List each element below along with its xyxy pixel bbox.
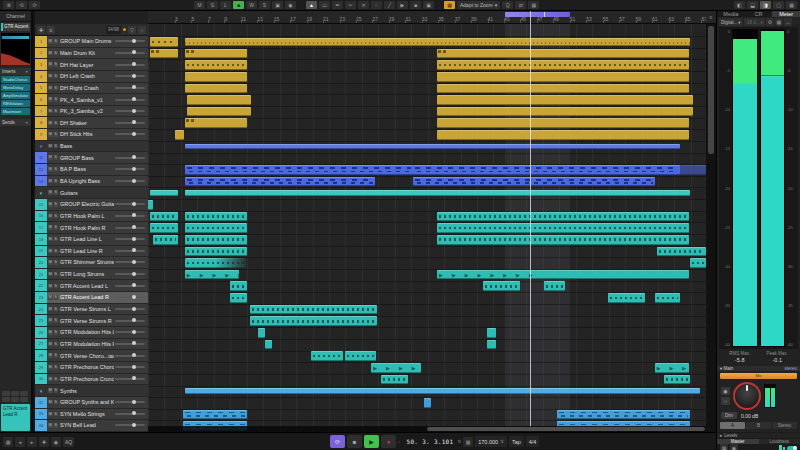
track-mute-button[interactable]: M bbox=[48, 214, 53, 219]
global-w-button[interactable]: W bbox=[246, 1, 257, 9]
audio-clip[interactable] bbox=[381, 375, 408, 385]
track-solo-button[interactable]: S bbox=[54, 190, 59, 195]
channel-mini-button[interactable] bbox=[2, 391, 10, 396]
inserts-add-icon[interactable]: ＋ bbox=[25, 69, 30, 74]
aq-button[interactable]: AQ bbox=[63, 437, 74, 447]
arrange-track-lane[interactable] bbox=[148, 374, 706, 386]
insert-slot[interactable]: Maximizer bbox=[1, 108, 30, 115]
audio-clip[interactable] bbox=[258, 328, 265, 338]
track-volume-slider[interactable] bbox=[115, 296, 145, 298]
arrange-track-lane[interactable] bbox=[148, 234, 706, 246]
right-zone-icon[interactable]: ◨ bbox=[760, 1, 771, 9]
audio-clip[interactable] bbox=[185, 388, 701, 394]
levels-section-header[interactable]: ▸ Levels bbox=[717, 432, 800, 439]
timeline-ruler[interactable]: 3579111315171921232527293133353739414345… bbox=[148, 11, 706, 24]
tempo-spinner[interactable]: ⇅ bbox=[500, 439, 504, 444]
track-mute-button[interactable]: M bbox=[48, 284, 53, 289]
audio-clip[interactable] bbox=[437, 72, 689, 82]
channel-mini-button[interactable] bbox=[20, 397, 28, 402]
arrange-track-lane[interactable] bbox=[148, 211, 706, 223]
meter-offset-select[interactable]: -18 d...▾ bbox=[744, 18, 765, 26]
audio-clip[interactable] bbox=[185, 258, 246, 268]
horizontal-scrollbar-thumb[interactable] bbox=[427, 427, 705, 431]
track-mute-button[interactable]: M bbox=[48, 423, 53, 428]
arrange-track-lane[interactable] bbox=[148, 257, 706, 269]
track-solo-button[interactable]: S bbox=[54, 400, 59, 405]
playhead-cursor[interactable] bbox=[530, 11, 531, 432]
arrange-track-lane[interactable] bbox=[148, 164, 706, 176]
vertical-scrollbar-thumb[interactable] bbox=[708, 26, 714, 154]
audio-clip[interactable] bbox=[487, 328, 496, 338]
insert-slot[interactable]: MonoDelay bbox=[1, 84, 30, 91]
footer-toggle[interactable] bbox=[787, 446, 797, 450]
audio-clip[interactable] bbox=[185, 190, 691, 196]
arrange-track-lane[interactable] bbox=[148, 397, 706, 409]
audio-clip[interactable] bbox=[557, 410, 690, 420]
main-section-header[interactable]: ▾ Main stereo bbox=[717, 366, 800, 371]
track-state-s-button[interactable]: S bbox=[207, 1, 218, 9]
meter-ab-icon[interactable]: ↔ bbox=[784, 18, 792, 26]
insert-slot[interactable]: REVelation bbox=[1, 100, 30, 107]
track-solo-button[interactable]: S bbox=[54, 423, 59, 428]
play-tool[interactable]: ▶ bbox=[397, 1, 408, 9]
track-row[interactable]: 19MSGTR Lead Line R bbox=[35, 246, 148, 258]
arrange-track-lane[interactable] bbox=[148, 269, 706, 281]
channel-mini-button[interactable] bbox=[11, 391, 19, 396]
left-zone-icon[interactable]: ◧ bbox=[734, 1, 745, 9]
arrange-track-lane[interactable] bbox=[148, 94, 706, 106]
window-layout-icon[interactable]: ▢ bbox=[773, 1, 784, 9]
audio-clip[interactable] bbox=[185, 38, 691, 46]
track-solo-button[interactable]: S bbox=[54, 342, 59, 347]
audio-clip[interactable] bbox=[437, 235, 689, 245]
audio-clip[interactable] bbox=[185, 247, 247, 257]
snap-icon[interactable]: ▦ bbox=[444, 1, 455, 9]
audio-clip[interactable] bbox=[690, 258, 706, 268]
track-solo-button[interactable]: S bbox=[54, 260, 59, 265]
audio-clip[interactable] bbox=[437, 130, 689, 140]
grid-icon[interactable]: ▦ bbox=[528, 1, 539, 9]
color-tool[interactable]: ▣ bbox=[423, 1, 434, 9]
track-mute-button[interactable]: M bbox=[48, 121, 53, 126]
track-volume-slider[interactable] bbox=[115, 413, 145, 415]
meter-scale-select[interactable]: Digital...▾ bbox=[719, 18, 743, 26]
track-volume-slider[interactable] bbox=[115, 285, 145, 287]
audio-clip[interactable] bbox=[150, 37, 178, 47]
audio-clip[interactable] bbox=[185, 270, 240, 280]
track-volume-slider[interactable] bbox=[115, 355, 145, 357]
audio-clip[interactable] bbox=[150, 212, 178, 222]
audio-clip[interactable] bbox=[185, 212, 247, 222]
track-mute-button[interactable]: M bbox=[48, 190, 53, 195]
peak-max-value[interactable]: -0.1 bbox=[759, 357, 797, 363]
punch-icon[interactable]: ✚ bbox=[39, 437, 49, 447]
track-mute-button[interactable]: M bbox=[48, 307, 53, 312]
track-row[interactable]: 9MSDH Stick Hits bbox=[35, 129, 148, 141]
track-solo-button[interactable]: S bbox=[54, 179, 59, 184]
track-volume-slider[interactable] bbox=[115, 261, 145, 263]
track-mute-button[interactable]: M bbox=[48, 295, 53, 300]
track-solo-button[interactable]: S bbox=[54, 74, 59, 79]
audio-clip[interactable] bbox=[265, 340, 272, 350]
arrange-track-lane[interactable] bbox=[148, 315, 706, 327]
control-room-level-strip[interactable]: Mix bbox=[720, 373, 797, 379]
audio-clip[interactable] bbox=[544, 281, 565, 291]
arrange-track-lane[interactable] bbox=[148, 409, 706, 421]
track-solo-button[interactable]: S bbox=[54, 249, 59, 254]
track-row[interactable]: ▾MSSynths bbox=[35, 385, 148, 397]
track-row[interactable]: 12MSBA P Bass bbox=[35, 164, 148, 176]
track-row[interactable]: 25MSGTR Verse Strums R bbox=[35, 315, 148, 327]
channel-name-chip[interactable]: GTR Accent ... bbox=[1, 23, 30, 31]
track-row[interactable]: 7MSPK_3_Samba_v2 bbox=[35, 106, 148, 118]
grid-type-select[interactable]: Adapt to Zoom▾ bbox=[457, 1, 500, 9]
arrange-track-lane[interactable] bbox=[148, 187, 706, 199]
line-tool[interactable]: ╱ bbox=[384, 1, 395, 9]
track-solo-button[interactable]: S bbox=[54, 284, 59, 289]
audio-clip[interactable] bbox=[655, 363, 690, 373]
audio-clip[interactable] bbox=[185, 60, 247, 70]
mute-tool[interactable]: ■ bbox=[410, 1, 421, 9]
meter-settings-icon[interactable]: ⚙ bbox=[766, 18, 774, 26]
arrange-track-lane[interactable] bbox=[148, 350, 706, 362]
track-mute-button[interactable]: M bbox=[48, 144, 53, 149]
auto-read-icon[interactable]: ◉ bbox=[285, 1, 296, 9]
track-solo-button[interactable]: S bbox=[54, 330, 59, 335]
track-mute-button[interactable]: M bbox=[48, 155, 53, 160]
